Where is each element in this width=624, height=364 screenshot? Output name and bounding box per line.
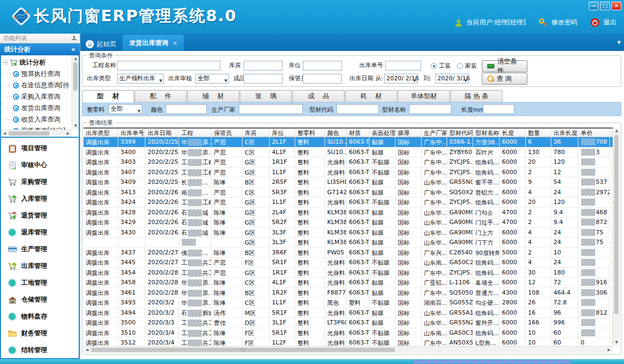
column-header-name[interactable]: 型材名称: [473, 129, 500, 137]
table-horizontal-scrollbar[interactable]: ◀ ||| ▶: [84, 346, 613, 353]
tab-home[interactable]: ⌂ 起始页: [80, 37, 123, 51]
tree-root-stat-analysis[interactable]: 统计分析: [3, 57, 72, 68]
product-type-input[interactable]: [244, 74, 283, 84]
scroll-left-icon[interactable]: ◀: [1, 130, 8, 137]
column-header-film[interactable]: 膜厚: [396, 129, 422, 137]
clear-conditions-button[interactable]: 清空条件: [482, 60, 527, 72]
column-header-factory[interactable]: 生产厂家: [422, 129, 447, 137]
column-header-proj[interactable]: 工程: [179, 129, 212, 137]
material-tab-glass[interactable]: 玻 璃: [240, 90, 292, 102]
sidebar-item-material-inventory[interactable]: 物料盘存: [1, 308, 79, 325]
material-tab-insulation-strip[interactable]: 隔 热 条: [450, 90, 502, 102]
maximize-button[interactable]: □: [600, 2, 610, 10]
column-header-wh[interactable]: 库房: [243, 129, 270, 137]
table-row[interactable]: 调拨出库34242020/2/26工工程严思G区1L1F整料光身料6063-T5…: [84, 197, 620, 208]
outbound-no-input[interactable]: [385, 61, 421, 71]
column-header-type[interactable]: 出库类型: [84, 129, 118, 137]
table-row[interactable]: 调拨出库34452020/2/27工共工程严思F区5R1F整料光身料6063-T…: [84, 258, 620, 268]
tree-item-receiving-inbound-query[interactable]: 收货入库查询: [3, 114, 72, 125]
column-header-qty[interactable]: 数量: [526, 129, 551, 137]
change-password-link[interactable]: 修改密码: [551, 18, 577, 27]
material-tab-auxiliary[interactable]: 辅 材: [187, 90, 239, 102]
column-header-loc[interactable]: 库位: [270, 129, 295, 137]
scroll-up-icon[interactable]: ▲: [613, 127, 620, 135]
table-row[interactable]: 调拨出库34292020/2/26石城陈琳G区5R2F整料KLM38176063…: [84, 218, 620, 228]
column-header-date[interactable]: 出库日期: [145, 129, 179, 137]
audit-select[interactable]: 全部: [195, 74, 229, 84]
tree-vertical-scrollbar[interactable]: ▲ ▼: [72, 55, 79, 130]
table-row[interactable]: 调拨出库34542020/2/28工共工程严思G区1R1F整料光身料6063-T…: [84, 268, 620, 278]
table-row[interactable]: 调拨出库34612020/2/28华原...陈琳B区1R2F整料F8877FT6…: [84, 288, 620, 298]
table-row[interactable]: 调拨出库33992020/2/25华原...严思C区2L1F整料SU10...6…: [84, 137, 620, 148]
pin-icon[interactable]: [72, 36, 77, 41]
minimize-button[interactable]: —: [589, 2, 598, 10]
scroll-up-icon[interactable]: ▲: [72, 55, 79, 62]
column-header-code[interactable]: 型材代码: [447, 129, 473, 137]
table-row[interactable]: 调拨出库34282020/2/26石城陈琳G区2L4F整料KLM38176063…: [84, 208, 620, 218]
table-row[interactable]: 调拨出库34582020/2/28华原...陈琳C区4L1F整料光身料6063-…: [84, 278, 620, 288]
sidebar-item-production-management[interactable]: 生产管理: [1, 241, 79, 258]
sidebar-item-return-goods-management[interactable]: 退货管理: [1, 207, 79, 224]
collapse-icon[interactable]: «: [71, 43, 75, 55]
tab-overflow-icon[interactable]: ▼: [617, 40, 621, 45]
location-input[interactable]: [303, 61, 342, 71]
keeper-input[interactable]: [303, 74, 342, 84]
scroll-right-icon[interactable]: ▶: [606, 347, 613, 354]
scroll-right-icon[interactable]: ▶: [65, 130, 72, 137]
column-header-keeper[interactable]: 保管员: [212, 129, 243, 137]
table-row[interactable]: 调拨出库34032020/2/25工工程严思G区1R1F整料光身料6063-T5…: [84, 157, 620, 168]
code-input[interactable]: [336, 104, 379, 114]
column-header-surface[interactable]: 表面处理: [370, 129, 396, 137]
table-row[interactable]: 调拨出库34302020/2/26石城陈琳G区3L3F整料KLM38176063…: [84, 228, 620, 238]
sidebar-item-finance-management[interactable]: 财务管理: [1, 325, 79, 342]
sidebar-item-outbound-management[interactable]: 出库管理: [1, 258, 79, 274]
column-header-len[interactable]: 长度: [500, 129, 526, 137]
tab-shipping-outbound-query[interactable]: 发货出库查询 ×: [123, 35, 184, 51]
column-header-whole[interactable]: 整零料: [295, 129, 325, 137]
material-tab-profile[interactable]: 型 材: [82, 90, 134, 103]
column-header-outlen[interactable]: 出库长度: [551, 129, 578, 137]
table-row[interactable]: G区3L3F整料KLM38176063-T5贴膜国标山东华...GA90M09.…: [84, 238, 620, 248]
tree-item-shipping-outbound-query[interactable]: 发货出库查询: [3, 103, 72, 114]
table-row[interactable]: 调拨出库34372020/2/27佛...陈琳B区3R6F整料PW056063-…: [84, 248, 620, 258]
search-button[interactable]: 查 询: [482, 73, 527, 85]
radio-gongzhuang[interactable]: 工装: [431, 62, 451, 70]
material-tab-consumable[interactable]: 耗 材: [345, 90, 397, 102]
factory-input[interactable]: [239, 104, 303, 114]
sidebar-item-audit-center[interactable]: 审核中心: [1, 157, 79, 174]
table-row[interactable]: 调拨出库35002020/3/3工共工程曹佳D区3L1F整料LT3P606063…: [84, 318, 620, 328]
scroll-left-icon[interactable]: ◀: [84, 347, 91, 354]
material-tab-single-profile[interactable]: 单体型材: [398, 90, 450, 102]
column-header-no[interactable]: 出库单号: [118, 129, 145, 137]
color-input[interactable]: [165, 104, 207, 114]
sidebar-item-warehouse-management[interactable]: 仓储管理: [1, 291, 79, 308]
logout-link[interactable]: 退出: [603, 18, 616, 27]
table-row[interactable]: 调拨出库34932020/3/2华原...陈琳C区1L1F整料黑色塑料不贴膜国标…: [84, 298, 620, 308]
sidebar-item-return-warehouse-management[interactable]: 退库管理: [1, 224, 79, 241]
table-row[interactable]: 调拨出库34072020/2/25工工程严思G区1L1F整料光身料6063-T5…: [84, 168, 620, 178]
material-tab-finished[interactable]: 成 品: [292, 90, 345, 102]
tree-item-in-transit-info-query[interactable]: 在途信息查询[待: [3, 80, 72, 91]
sidebar-item-project-management[interactable]: 项目管理: [1, 140, 79, 157]
table-row[interactable]: 调拨出库34002020/2/25华原...严思C区4L1F整料SU10...6…: [84, 148, 620, 158]
table-row[interactable]: 调拨出库35122020/3/4工共工程陈琳F区1L2F整料光身料6063-T5…: [84, 338, 620, 346]
material-tab-accessory[interactable]: 配 件: [135, 90, 187, 102]
table-row[interactable]: 调拨出库34092020/2/25长...陈琳B区2R5F整料LI35HD606…: [84, 177, 620, 188]
table-vertical-scrollbar[interactable]: ▲ ▼: [613, 127, 620, 346]
length-input[interactable]: [483, 104, 514, 114]
sidebar-item-site-management[interactable]: 工地管理: [1, 274, 79, 291]
date-from-select[interactable]: 2020/ 2/16: [384, 74, 418, 84]
close-button[interactable]: ✕: [612, 2, 621, 10]
radio-jiazhuang[interactable]: 家装: [457, 62, 477, 70]
table-row[interactable]: 调拨出库34132020/2/26南...严思C区5R3F整料G71422606…: [84, 188, 620, 198]
tree-horizontal-scrollbar[interactable]: ◀ ▶: [1, 130, 72, 137]
outbound-type-select[interactable]: 生产领料出库: [117, 74, 164, 84]
table-row[interactable]: 调拨出库35102020/3/4工共工程陈琳F区5R1F整料光身料6063-T5…: [84, 328, 620, 339]
tab-close-icon[interactable]: ×: [173, 40, 177, 47]
column-header-mat[interactable]: 材质: [347, 129, 370, 137]
sidebar-item-purchase-management[interactable]: 采购管理: [1, 174, 79, 190]
column-header-color[interactable]: 颜色: [325, 129, 347, 137]
tree-expander-icon[interactable]: [3, 60, 8, 65]
tree-item-budget-exec-query[interactable]: 预算执行查询: [3, 68, 72, 80]
name-input[interactable]: [409, 104, 451, 114]
